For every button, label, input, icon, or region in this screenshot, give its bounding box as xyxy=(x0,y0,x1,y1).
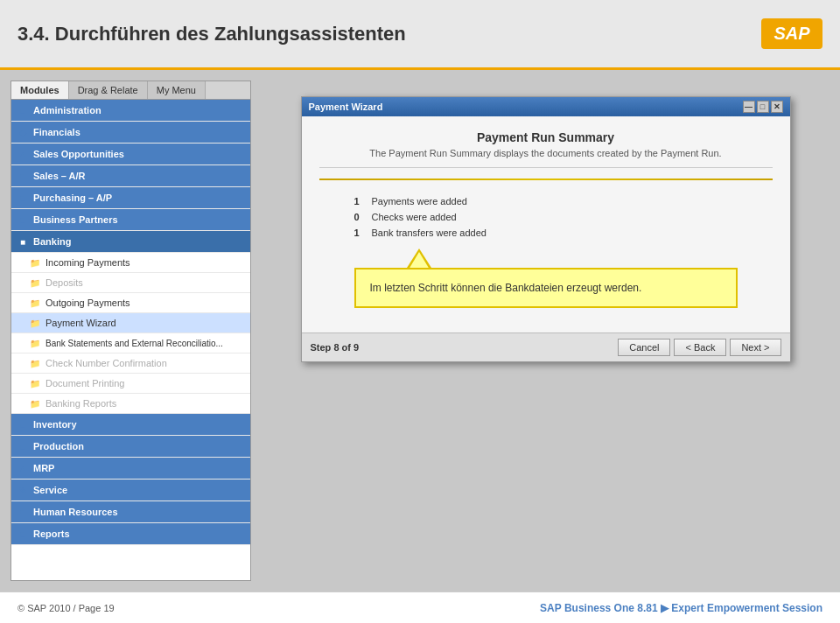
dialog-title: Payment Wizard xyxy=(309,102,383,112)
sidebar-item-deposits[interactable]: 📁 Deposits xyxy=(11,273,250,293)
banking-icon: ■ xyxy=(17,235,29,248)
footer-buttons: Cancel < Back Next > xyxy=(618,339,780,356)
checks-count: 0 xyxy=(354,212,372,222)
purchasing-icon: ■ xyxy=(17,192,29,204)
minimize-button[interactable]: — xyxy=(743,101,755,113)
sidebar-item-label: Check Number Confirmation xyxy=(46,358,167,368)
summary-row-payments: 1 Payments were added xyxy=(354,196,773,206)
sidebar-item-payment-wizard[interactable]: 📁 Payment Wizard xyxy=(11,313,250,333)
inventory-icon: ■ xyxy=(17,418,29,430)
sidebar-item-sales-opp[interactable]: ▲ Sales Opportunities xyxy=(11,144,250,165)
sidebar-item-label: Deposits xyxy=(46,277,83,288)
page-title: 3.4. Durchführen des Zahlungsassistenten xyxy=(18,23,406,46)
payments-label: Payments were added xyxy=(372,196,467,206)
next-button[interactable]: Next > xyxy=(730,339,780,356)
reports-icon: ■ xyxy=(17,528,29,540)
sidebar-item-incoming-payments[interactable]: 📁 Incoming Payments xyxy=(11,253,250,273)
footer-copyright: © SAP 2010 / Page 19 xyxy=(18,603,115,613)
sidebar-item-label: Reports xyxy=(33,528,70,539)
payments-count: 1 xyxy=(354,196,372,206)
sidebar-item-service[interactable]: ✎ Service xyxy=(11,480,250,501)
transfers-count: 1 xyxy=(354,228,372,238)
main-area: Modules Drag & Relate My Menu ■ Administ… xyxy=(0,70,840,592)
tab-drag-relate[interactable]: Drag & Relate xyxy=(69,81,148,99)
payment-wizard-icon: 📁 xyxy=(29,317,41,329)
sidebar: Modules Drag & Relate My Menu ■ Administ… xyxy=(10,80,251,581)
sidebar-item-outgoing-payments[interactable]: 📁 Outgoing Payments xyxy=(11,293,250,313)
business-partners-icon: ■ xyxy=(17,214,29,226)
sidebar-item-label: Bank Statements and External Reconciliat… xyxy=(46,339,223,348)
sidebar-item-production[interactable]: ■ Production xyxy=(11,436,250,458)
sidebar-item-label: Payment Wizard xyxy=(46,318,116,328)
mrp-icon: ▲ xyxy=(17,462,29,474)
summary-row-checks: 0 Checks were added xyxy=(354,212,773,222)
sidebar-item-label: Incoming Payments xyxy=(46,257,130,268)
sidebar-item-label: MRP xyxy=(33,463,54,473)
dialog-description: The Payment Run Summary displays the doc… xyxy=(319,148,773,158)
dialog-titlebar: Payment Wizard — □ ✕ xyxy=(302,97,790,116)
sidebar-item-mrp[interactable]: ▲ MRP xyxy=(11,458,250,480)
sales-ar-icon: ■ xyxy=(17,170,29,182)
sidebar-item-label: Banking xyxy=(33,236,71,247)
sidebar-item-bank-statements[interactable]: 📁 Bank Statements and External Reconcili… xyxy=(11,333,250,354)
sidebar-item-administration[interactable]: ■ Administration xyxy=(11,100,250,122)
doc-printing-icon: 📁 xyxy=(29,377,41,389)
sales-opp-icon: ▲ xyxy=(17,148,29,160)
dialog-footer: Step 8 of 9 Cancel < Back Next > xyxy=(302,332,790,361)
dialog-header-section: Payment Run Summary The Payment Run Summ… xyxy=(319,130,773,168)
transfers-label: Bank transfers were added xyxy=(372,228,486,238)
bank-statements-icon: 📁 xyxy=(29,337,41,349)
callout-arrow-inner xyxy=(409,252,430,270)
financials-icon: ◆ xyxy=(17,126,29,138)
sidebar-item-banking-reports[interactable]: 📁 Banking Reports xyxy=(11,394,250,414)
outgoing-payments-icon: 📁 xyxy=(29,297,41,309)
tab-modules[interactable]: Modules xyxy=(11,81,69,99)
sidebar-item-label: Service xyxy=(33,485,67,495)
sidebar-item-label: Business Partners xyxy=(33,214,118,225)
sidebar-item-business-partners[interactable]: ■ Business Partners xyxy=(11,209,250,231)
sidebar-item-label: Outgoing Payments xyxy=(46,298,130,308)
sidebar-item-banking[interactable]: ■ Banking xyxy=(11,231,250,253)
sidebar-item-inventory[interactable]: ■ Inventory xyxy=(11,414,250,436)
summary-row-transfers: 1 Bank transfers were added xyxy=(354,228,773,238)
incoming-payments-icon: 📁 xyxy=(29,256,41,269)
banking-reports-icon: 📁 xyxy=(29,397,41,410)
sidebar-item-doc-printing[interactable]: 📁 Document Printing xyxy=(11,374,250,394)
sidebar-tab-bar: Modules Drag & Relate My Menu xyxy=(11,81,250,100)
production-icon: ■ xyxy=(17,440,29,452)
sidebar-item-hr[interactable]: ■ Human Resources xyxy=(11,501,250,523)
callout-text: Im letzten Schritt können die Bankdateie… xyxy=(370,282,642,294)
administration-icon: ■ xyxy=(17,104,29,116)
callout-box: Im letzten Schritt können die Bankdateie… xyxy=(354,268,738,308)
sidebar-item-label: Sales – A/R xyxy=(33,171,86,181)
callout-container: Im letzten Schritt können die Bankdateie… xyxy=(337,268,755,308)
sidebar-item-label: Inventory xyxy=(33,419,77,430)
sidebar-item-financials[interactable]: ◆ Financials xyxy=(11,122,250,144)
sidebar-item-sales-ar[interactable]: ■ Sales – A/R xyxy=(11,165,250,187)
cancel-button[interactable]: Cancel xyxy=(618,339,670,356)
page-header: 3.4. Durchführen des Zahlungsassistenten… xyxy=(0,0,840,70)
sidebar-item-check-number[interactable]: 📁 Check Number Confirmation xyxy=(11,354,250,374)
hr-icon: ■ xyxy=(17,506,29,518)
footer-brand-text: SAP Business One 8.81 ▶ Expert Empowerme… xyxy=(540,602,822,614)
page-footer: © SAP 2010 / Page 19 SAP Business One 8.… xyxy=(0,592,840,623)
sidebar-item-label: Administration xyxy=(33,105,102,116)
sidebar-item-label: Purchasing – A/P xyxy=(33,192,112,203)
maximize-button[interactable]: □ xyxy=(757,101,769,113)
check-number-icon: 📁 xyxy=(29,357,41,369)
sap-logo: SAP xyxy=(761,18,822,49)
checks-label: Checks were added xyxy=(372,212,457,222)
step-indicator: Step 8 of 9 xyxy=(311,342,360,353)
sidebar-item-label: Sales Opportunities xyxy=(33,149,124,159)
sidebar-item-label: Banking Reports xyxy=(46,398,116,409)
sidebar-item-label: Production xyxy=(33,441,84,452)
divider xyxy=(319,178,773,180)
close-button[interactable]: ✕ xyxy=(771,101,783,113)
sidebar-item-label: Human Resources xyxy=(33,507,118,517)
sidebar-item-purchasing[interactable]: ■ Purchasing – A/P xyxy=(11,187,250,209)
sidebar-item-label: Financials xyxy=(33,127,80,137)
tab-my-menu[interactable]: My Menu xyxy=(148,81,206,99)
sidebar-item-reports[interactable]: ■ Reports xyxy=(11,523,250,545)
deposits-icon: 📁 xyxy=(29,276,41,289)
back-button[interactable]: < Back xyxy=(674,339,726,356)
